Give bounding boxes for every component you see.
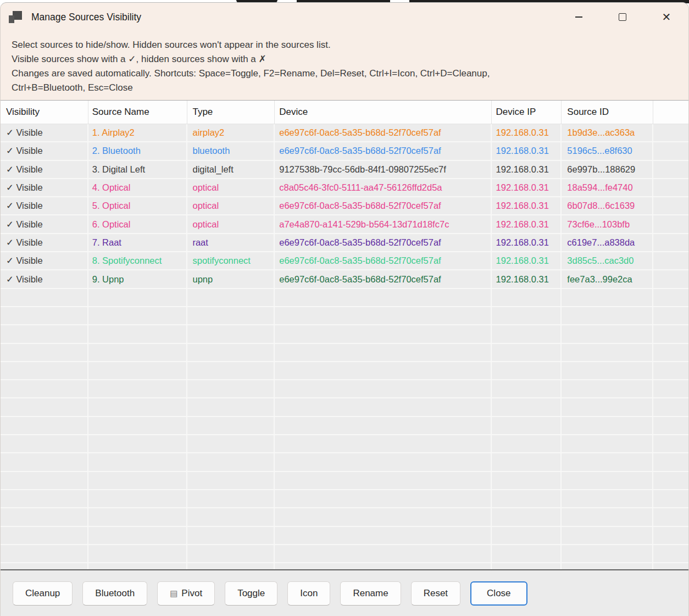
- device-cell[interactable]: e6e97c6f-0ac8-5a35-b68d-52f70cef57af: [275, 142, 491, 160]
- maximize-button[interactable]: [601, 3, 644, 31]
- source-name-cell[interactable]: 9. Upnp: [88, 270, 188, 288]
- source-name-cell[interactable]: 4. Optical: [88, 179, 188, 197]
- type-cell[interactable]: spotifyconnect: [187, 252, 275, 270]
- visibility-cell[interactable]: ✓ Visible: [1, 270, 88, 288]
- table-row[interactable]: ✓ Visible5. Opticalopticale6e97c6f-0ac8-…: [1, 197, 688, 215]
- spacer-cell[interactable]: [653, 234, 688, 252]
- table-row[interactable]: ✓ Visible4. Opticalopticalc8a05c46-3fc0-…: [1, 179, 688, 197]
- type-cell[interactable]: optical: [187, 197, 275, 215]
- source-name-cell[interactable]: 7. Raat: [88, 234, 188, 252]
- reset-button[interactable]: Reset: [411, 581, 460, 606]
- source-name-cell[interactable]: 1. Airplay2: [88, 124, 188, 142]
- rename-button[interactable]: Rename: [340, 581, 401, 606]
- spacer-cell[interactable]: [653, 142, 688, 160]
- type-cell[interactable]: bluetooth: [187, 142, 275, 160]
- toggle-button[interactable]: Toggle: [225, 581, 277, 606]
- source-id-cell[interactable]: 6b07d8...6c1639: [562, 197, 653, 215]
- header-type[interactable]: Type: [187, 101, 275, 124]
- device-cell[interactable]: e6e97c6f-0ac8-5a35-b68d-52f70cef57af: [275, 252, 491, 270]
- device-cell[interactable]: e6e97c6f-0ac8-5a35-b68d-52f70cef57af: [275, 270, 491, 288]
- table-body: ✓ Visible1. Airplay2airplay2e6e97c6f-0ac…: [1, 124, 688, 569]
- source-name-cell[interactable]: 6. Optical: [88, 215, 188, 234]
- source-id-cell[interactable]: 6e997b...188629: [562, 161, 653, 179]
- source-name-cell[interactable]: 3. Digital Left: [88, 161, 188, 179]
- type-cell[interactable]: optical: [187, 215, 275, 234]
- device-ip-cell[interactable]: 192.168.0.31: [492, 124, 562, 142]
- device-cell[interactable]: a7e4a870-a141-529b-b564-13d71d18fc7c: [275, 215, 491, 234]
- pivot-button[interactable]: ▤Pivot: [157, 581, 215, 606]
- empty-cell: [1, 380, 88, 398]
- empty-table-row: [1, 380, 688, 398]
- spacer-cell[interactable]: [653, 124, 688, 142]
- visibility-cell[interactable]: ✓ Visible: [1, 215, 88, 234]
- type-cell[interactable]: upnp: [187, 270, 275, 288]
- cleanup-button[interactable]: Cleanup: [13, 581, 73, 606]
- type-cell[interactable]: optical: [187, 179, 275, 197]
- table-row[interactable]: ✓ Visible3. Digital Leftdigital_left9127…: [1, 161, 688, 179]
- empty-cell: [1, 490, 88, 508]
- visibility-cell[interactable]: ✓ Visible: [1, 142, 88, 160]
- table-row[interactable]: ✓ Visible7. Raatraate6e97c6f-0ac8-5a35-b…: [1, 234, 688, 252]
- device-cell[interactable]: e6e97c6f-0ac8-5a35-b68d-52f70cef57af: [275, 124, 491, 142]
- icon-button[interactable]: Icon: [287, 581, 330, 606]
- spacer-cell[interactable]: [653, 270, 688, 288]
- visibility-cell[interactable]: ✓ Visible: [1, 234, 88, 252]
- source-name-cell[interactable]: 5. Optical: [88, 197, 188, 215]
- device-ip-cell[interactable]: 192.168.0.31: [492, 215, 562, 234]
- type-cell[interactable]: airplay2: [187, 124, 275, 142]
- close-button[interactable]: Close: [470, 581, 527, 606]
- spacer-cell[interactable]: [653, 215, 688, 234]
- visibility-cell[interactable]: ✓ Visible: [1, 197, 88, 215]
- minimize-button[interactable]: [557, 3, 601, 31]
- source-id-cell[interactable]: 5196c5...e8f630: [562, 142, 653, 160]
- empty-cell: [1, 417, 88, 435]
- table-row[interactable]: ✓ Visible6. Opticalopticala7e4a870-a141-…: [1, 215, 688, 234]
- type-cell[interactable]: raat: [187, 234, 275, 252]
- empty-cell: [492, 527, 562, 545]
- device-cell[interactable]: c8a05c46-3fc0-5111-aa47-56126ffd2d5a: [275, 179, 491, 197]
- table-row[interactable]: ✓ Visible1. Airplay2airplay2e6e97c6f-0ac…: [1, 124, 688, 142]
- empty-cell: [275, 435, 491, 453]
- empty-cell: [492, 508, 562, 526]
- visibility-cell[interactable]: ✓ Visible: [1, 161, 88, 179]
- spacer-cell[interactable]: [653, 197, 688, 215]
- header-source-name[interactable]: Source Name: [88, 101, 188, 124]
- source-id-cell[interactable]: 18a594...fe4740: [562, 179, 653, 197]
- device-ip-cell[interactable]: 192.168.0.31: [492, 252, 562, 270]
- header-device-ip[interactable]: Device IP: [492, 101, 562, 124]
- visibility-cell[interactable]: ✓ Visible: [1, 252, 88, 270]
- source-id-cell[interactable]: c619e7...a838da: [562, 234, 653, 252]
- device-ip-cell[interactable]: 192.168.0.31: [492, 270, 562, 288]
- type-cell[interactable]: digital_left: [187, 161, 275, 179]
- source-id-cell[interactable]: fee7a3...99e2ca: [562, 270, 653, 288]
- close-window-button[interactable]: ✕: [644, 3, 688, 31]
- source-id-cell[interactable]: 73cf6e...103bfb: [562, 215, 653, 234]
- header-visibility[interactable]: Visibility: [1, 101, 88, 124]
- table-row[interactable]: ✓ Visible9. Upnpupnpe6e97c6f-0ac8-5a35-b…: [1, 270, 688, 288]
- device-cell[interactable]: e6e97c6f-0ac8-5a35-b68d-52f70cef57af: [275, 197, 491, 215]
- device-cell[interactable]: e6e97c6f-0ac8-5a35-b68d-52f70cef57af: [275, 234, 491, 252]
- table-row[interactable]: ✓ Visible8. Spotifyconnectspotifyconnect…: [1, 252, 688, 270]
- empty-cell: [492, 380, 562, 398]
- table-row[interactable]: ✓ Visible2. Bluetoothbluetoothe6e97c6f-0…: [1, 142, 688, 160]
- header-device[interactable]: Device: [275, 101, 491, 124]
- visibility-cell[interactable]: ✓ Visible: [1, 124, 88, 142]
- source-id-cell[interactable]: 1b9d3e...ac363a: [562, 124, 653, 142]
- source-id-cell[interactable]: 3d85c5...cac3d0: [562, 252, 653, 270]
- visibility-cell[interactable]: ✓ Visible: [1, 179, 88, 197]
- source-name-cell[interactable]: 8. Spotifyconnect: [88, 252, 188, 270]
- device-ip-cell[interactable]: 192.168.0.31: [492, 179, 562, 197]
- device-ip-cell[interactable]: 192.168.0.31: [492, 142, 562, 160]
- spacer-cell[interactable]: [653, 179, 688, 197]
- spacer-cell[interactable]: [653, 161, 688, 179]
- header-source-id[interactable]: Source ID: [562, 101, 653, 124]
- source-name-cell[interactable]: 2. Bluetooth: [88, 142, 188, 160]
- device-ip-cell[interactable]: 192.168.0.31: [492, 197, 562, 215]
- device-ip-cell[interactable]: 192.168.0.31: [492, 234, 562, 252]
- empty-cell: [653, 490, 688, 508]
- device-ip-cell[interactable]: 192.168.0.31: [492, 161, 562, 179]
- spacer-cell[interactable]: [653, 252, 688, 270]
- bluetooth-button[interactable]: Bluetooth: [82, 581, 147, 606]
- device-cell[interactable]: 9127538b-79cc-56db-84f1-09807255ec7f: [275, 161, 491, 179]
- empty-table-row: [1, 398, 688, 417]
